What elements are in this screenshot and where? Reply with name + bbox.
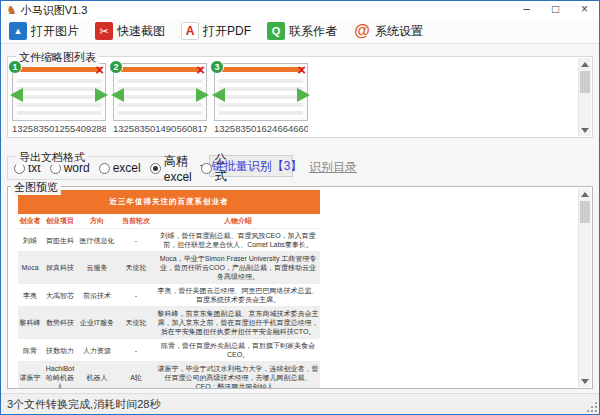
cell-direction: 前沿技术	[78, 284, 116, 306]
radio-excel-label: excel	[113, 161, 141, 175]
thumbnail-1-close-icon[interactable]	[95, 63, 104, 77]
cell-project: 数势科技	[42, 307, 78, 338]
preview-table-title: 近三年值得关注的百度系创业者	[18, 190, 320, 214]
thumbnail-scrollbar-thumb[interactable]	[580, 71, 590, 93]
preview-scrollbar-down-icon[interactable]	[579, 375, 591, 387]
radio-excel[interactable]: excel	[99, 161, 141, 175]
status-text: 3个文件转换完成,消耗时间28秒	[7, 397, 160, 412]
open-image-button[interactable]: ▲ 打开图片	[9, 22, 79, 40]
cell-round: 天使轮	[116, 252, 156, 283]
thumbnail-image-1[interactable]: 1	[12, 63, 106, 121]
contact-author-button[interactable]: Q 联系作者	[267, 22, 337, 40]
thumbnail-scrollbar[interactable]	[578, 58, 591, 136]
maximize-button[interactable]: □	[541, 1, 570, 19]
quick-screenshot-button[interactable]: ✂ 快速截图	[95, 22, 165, 40]
window-title: 小马识图V1.3	[21, 3, 88, 18]
cell-name: 陈青	[18, 339, 42, 361]
cell-intro: 刘维，曾任百度副总裁、百度风投CEO，加入百度前，担任联想之星合伙人、Comet…	[156, 229, 320, 251]
thumbnail-2-prev-arrow-icon[interactable]	[111, 88, 124, 102]
cell-round: -	[116, 284, 156, 306]
thumbnail-3-prev-arrow-icon[interactable]	[212, 88, 225, 102]
qq-icon: Q	[267, 22, 285, 40]
thumbnail-3-next-arrow-icon[interactable]	[297, 88, 310, 102]
preview-scrollbar-up-icon[interactable]	[579, 188, 591, 200]
radio-high-precision-excel-label: 高精excel	[164, 153, 192, 184]
radio-circle-icon	[150, 163, 161, 174]
thumbnail-3-mini-table-header	[219, 67, 303, 72]
thumbnail-2-next-arrow-icon[interactable]	[196, 88, 209, 102]
cell-round: -	[116, 339, 156, 361]
cell-name: 李奥	[18, 284, 42, 306]
thumbnail-1-next-arrow-icon[interactable]	[95, 88, 108, 102]
preview-scrollbar-thumb[interactable]	[580, 201, 590, 223]
at-icon: @	[353, 22, 371, 40]
cell-round: -	[116, 229, 156, 251]
thumbnail-section-label: 文件缩略图列表	[16, 50, 99, 65]
thumbnail-scrollbar-down-icon[interactable]	[579, 124, 591, 136]
thumbnail-1-mini-table-rows	[17, 75, 101, 117]
preview-section: 全图预览 近三年值得关注的百度系创业者 创业者 创业项目 方向 当前轮次 人物介…	[7, 186, 593, 389]
thumbnail-1-prev-arrow-icon[interactable]	[10, 88, 23, 102]
column-header: 方向	[78, 214, 116, 228]
table-row: 刘维 百图生科 医疗信息化 - 刘维，曾任百度副总裁、百度风投CEO，加入百度前…	[18, 229, 320, 252]
cell-direction: 云服务	[78, 252, 116, 283]
status-bar: 3个文件转换完成,消耗时间28秒	[1, 393, 599, 414]
table-row: Moca 探真科技 云服务 天使轮 Moca，毕业于Simon Fraser U…	[18, 252, 320, 284]
thumbnail-item-3[interactable]: 3 132583501624664660.jpg	[214, 63, 308, 134]
system-settings-button[interactable]: @ 系统设置	[353, 22, 423, 40]
thumbnail-2-filename: 132583501490560817.jpg	[113, 123, 207, 134]
thumbnail-2-mini-table-rows	[118, 75, 202, 117]
scissors-icon: ✂	[95, 22, 113, 40]
cell-round: 天使轮	[116, 307, 156, 338]
thumbnail-item-1[interactable]: 1 132583501255409288.jpg	[12, 63, 106, 134]
thumbnail-image-2[interactable]: 2	[113, 63, 207, 121]
open-pdf-button[interactable]: A 打开PDF	[181, 22, 251, 40]
window-controls: – □ ×	[512, 1, 599, 19]
cell-round: A轮	[116, 362, 156, 389]
resize-grip-icon[interactable]	[586, 401, 597, 412]
preview-section-label: 全图预览	[11, 180, 61, 195]
cell-name: Moca	[18, 252, 42, 283]
export-row: 导出文档格式 txt word excel 高精excel 公式 一键批	[7, 148, 593, 182]
cell-direction: 企业IT服务	[78, 307, 116, 338]
radio-high-precision-excel[interactable]: 高精excel	[150, 153, 192, 184]
quick-screenshot-label: 快速截图	[117, 23, 165, 40]
export-section-label: 导出文档格式	[16, 150, 88, 165]
recognize-directory-link[interactable]: 识别目录	[309, 159, 357, 176]
column-header: 当前轮次	[116, 214, 156, 228]
thumbnail-3-close-icon[interactable]	[297, 63, 306, 77]
thumbnail-item-2[interactable]: 2 132583501490560817.jpg	[113, 63, 207, 134]
radio-circle-icon	[201, 163, 212, 174]
radio-formula[interactable]: 公式	[201, 151, 227, 185]
minimize-button[interactable]: –	[512, 1, 541, 19]
contact-author-label: 联系作者	[289, 23, 337, 40]
thumbnail-2-close-icon[interactable]	[196, 63, 205, 77]
thumbnail-1-mini-table-header	[17, 67, 101, 72]
thumbnail-2-number-badge: 2	[109, 60, 123, 74]
thumbnail-3-mini-table-rows	[219, 75, 303, 117]
pdf-icon: A	[181, 22, 199, 40]
thumbnail-list-group: 文件缩略图列表 1 132583501255409288.jpg 2	[7, 56, 593, 138]
thumbnail-image-3[interactable]: 3	[214, 63, 308, 121]
open-image-label: 打开图片	[31, 23, 79, 40]
cell-project: 探真科技	[42, 252, 78, 283]
column-header: 创业项目	[42, 214, 78, 228]
cell-intro: Moca，毕业于Simon Fraser University 工商管理专业，曾…	[156, 252, 320, 283]
preview-scrollbar[interactable]	[578, 188, 591, 387]
cell-direction: 医疗信息化	[78, 229, 116, 251]
thumbnail-scrollbar-up-icon[interactable]	[579, 58, 591, 70]
open-pdf-label: 打开PDF	[203, 23, 251, 40]
radio-formula-label: 公式	[215, 151, 227, 185]
cell-project: 大禹智芯	[42, 284, 78, 306]
table-row: 李奥 大禹智芯 前沿技术 - 李奥，曾任美团云总经理、阿里巴巴网络技术总监、百度…	[18, 284, 320, 307]
close-button[interactable]: ×	[570, 1, 599, 19]
preview-table: 近三年值得关注的百度系创业者 创业者 创业项目 方向 当前轮次 人物介绍 刘维 …	[18, 190, 320, 389]
thumbnail-1-filename: 132583501255409288.jpg	[12, 123, 106, 134]
title-bar: ♞ 小马识图V1.3 – □ ×	[1, 1, 599, 19]
preview-panel: 近三年值得关注的百度系创业者 创业者 创业项目 方向 当前轮次 人物介绍 刘维 …	[7, 186, 593, 389]
cell-intro: 李奥，曾任美团云总经理、阿里巴巴网络技术总监、百度系统技术委员会主席。	[156, 284, 320, 306]
cell-name: 谌振宇	[18, 362, 42, 389]
table-row: 黎科峰 数势科技 企业IT服务 天使轮 黎科峰，前京东集团副总裁、京东商城技术委…	[18, 307, 320, 339]
export-format-group: 导出文档格式 txt word excel 高精excel 公式	[7, 156, 187, 180]
column-header: 人物介绍	[156, 214, 320, 228]
